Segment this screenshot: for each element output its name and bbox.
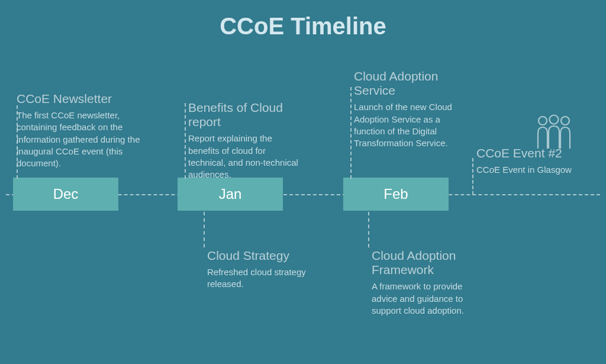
card-desc: A framework to provide advice and guidan… xyxy=(372,281,490,317)
card-desc: CCoE Event in Glasgow xyxy=(476,164,595,176)
people-group-icon xyxy=(531,114,577,149)
card-benefits: Benefits of Cloud report Report explaini… xyxy=(188,101,299,181)
connector-line xyxy=(185,103,186,179)
svg-point-2 xyxy=(561,117,569,125)
month-label: Jan xyxy=(219,186,242,202)
card-title: CCoE Newsletter xyxy=(17,92,150,106)
month-label: Feb xyxy=(383,186,408,202)
card-title: Cloud Adoption Framework xyxy=(372,249,490,277)
month-box-feb: Feb xyxy=(343,178,449,211)
connector-line xyxy=(350,87,352,179)
svg-point-1 xyxy=(550,115,559,124)
card-desc: Report explaining the benefits of cloud … xyxy=(188,133,299,181)
month-box-dec: Dec xyxy=(13,178,118,211)
card-title: Cloud Strategy xyxy=(207,249,328,263)
card-framework: Cloud Adoption Framework A framework to … xyxy=(372,249,490,317)
card-desc: Launch of the new Cloud Adoption Service… xyxy=(354,101,457,149)
card-desc: The first CCoE newsletter, containing fe… xyxy=(17,109,150,169)
connector-line xyxy=(472,158,473,195)
card-desc: Refreshed cloud strategy released. xyxy=(207,266,328,291)
connector-line xyxy=(204,212,205,247)
month-box-jan: Jan xyxy=(178,178,283,211)
connector-line xyxy=(368,212,369,247)
month-label: Dec xyxy=(53,186,79,202)
card-event: CCoE Event #2 CCoE Event in Glasgow xyxy=(476,146,595,176)
card-strategy: Cloud Strategy Refreshed cloud strategy … xyxy=(207,249,328,291)
card-title: Cloud Adoption Service xyxy=(354,69,457,98)
card-newsletter: CCoE Newsletter The first CCoE newslette… xyxy=(17,92,150,169)
svg-point-0 xyxy=(539,117,547,125)
card-adoption-service: Cloud Adoption Service Launch of the new… xyxy=(354,69,457,149)
card-title: Benefits of Cloud report xyxy=(188,101,299,129)
page-title: CCoE Timeline xyxy=(0,0,606,40)
